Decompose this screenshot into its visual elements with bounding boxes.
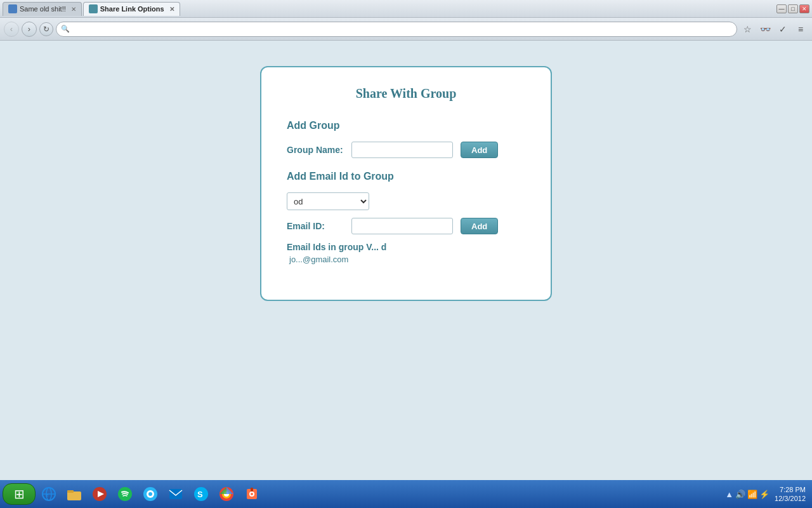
minimize-button[interactable]: —: [776, 4, 787, 13]
add-group-heading: Add Group: [287, 120, 525, 131]
address-bar[interactable]: [56, 22, 737, 37]
add-group-button[interactable]: Add: [461, 142, 498, 158]
bookmark-star-icon[interactable]: ☆: [740, 22, 755, 37]
tab-1[interactable]: Same old shit!! ✕: [3, 2, 82, 16]
add-group-section: Add Group Group Name: Add: [287, 120, 525, 158]
tray-network-icon[interactable]: 📶: [747, 490, 757, 499]
svg-rect-4: [67, 491, 81, 500]
clock-date: 12/3/2012: [775, 494, 806, 503]
maximize-button[interactable]: □: [788, 4, 798, 13]
system-clock: 7:28 PM 12/3/2012: [775, 485, 806, 504]
email-list-section: Email Ids in group V... d jo...@gmail.co…: [287, 242, 525, 264]
address-bar-wrap: 🔍: [56, 22, 737, 37]
add-email-section: Add Email Id to Group od Email ID: Add E…: [287, 171, 525, 264]
taskbar-media-player-icon[interactable]: [88, 483, 112, 505]
svg-point-11: [148, 492, 152, 496]
svg-point-20: [251, 493, 253, 495]
tab-2-icon: [89, 4, 98, 13]
taskbar-ie-icon[interactable]: e: [37, 483, 61, 505]
taskbar-folder-icon[interactable]: [62, 483, 86, 505]
email-list-item: jo...@gmail.com: [289, 255, 525, 264]
glasses-icon[interactable]: 👓: [757, 22, 773, 37]
group-dropdown-wrap: od: [287, 192, 525, 218]
taskbar-apps: e: [37, 483, 264, 505]
tray-speaker-icon[interactable]: 🔊: [735, 490, 745, 499]
tab-2-close[interactable]: ✕: [169, 6, 174, 13]
address-search-icon: 🔍: [61, 25, 70, 33]
clock-time: 7:28 PM: [775, 485, 806, 494]
group-name-label: Group Name:: [287, 145, 344, 155]
forward-button[interactable]: ›: [22, 22, 37, 37]
group-name-row: Group Name: Add: [287, 142, 525, 158]
svg-text:S: S: [197, 490, 203, 499]
svg-rect-21: [251, 488, 253, 491]
taskbar-chrome-icon[interactable]: [214, 483, 239, 505]
close-button[interactable]: ✕: [799, 4, 809, 13]
toolbar-right: ☆ 👓 ✓ ≡: [740, 22, 808, 37]
taskbar: ⊞ e: [0, 480, 812, 508]
tab-1-title: Same old shit!!: [20, 5, 66, 13]
group-name-input[interactable]: [351, 142, 453, 158]
tab-1-icon: [8, 4, 17, 13]
email-id-label: Email ID:: [287, 221, 344, 231]
svg-rect-5: [67, 490, 74, 493]
email-id-input[interactable]: [351, 218, 453, 234]
taskbar-right: ▲ 🔊 📶 ⚡ 7:28 PM 12/3/2012: [725, 485, 809, 504]
group-dropdown[interactable]: od: [287, 192, 369, 210]
svg-text:e: e: [46, 492, 49, 498]
tab-2-title: Share Link Options: [100, 5, 164, 13]
email-list-title: Email Ids in group V... d: [287, 242, 525, 252]
back-button[interactable]: ‹: [4, 22, 19, 37]
card-title: Share With Group: [287, 86, 525, 101]
tray-power-icon[interactable]: ⚡: [759, 490, 769, 499]
start-button[interactable]: ⊞: [3, 483, 36, 505]
checkmark-icon[interactable]: ✓: [775, 22, 790, 37]
taskbar-browser2-icon[interactable]: [138, 483, 162, 505]
tab-1-close[interactable]: ✕: [71, 6, 76, 13]
tab-bar: Same old shit!! ✕ Share Link Options ✕: [3, 2, 180, 16]
taskbar-skype-icon[interactable]: S: [189, 483, 213, 505]
email-id-row: Email ID: Add: [287, 218, 525, 234]
menu-icon[interactable]: ≡: [793, 22, 808, 37]
tray-up-arrow: ▲: [725, 490, 733, 499]
system-tray-icons: ▲ 🔊 📶 ⚡: [725, 490, 769, 499]
svg-rect-12: [169, 489, 182, 499]
page-content: Share With Group Add Group Group Name: A…: [0, 41, 812, 480]
add-email-button[interactable]: Add: [461, 218, 498, 234]
add-email-heading: Add Email Id to Group: [287, 171, 525, 182]
tab-2[interactable]: Share Link Options ✕: [83, 2, 180, 16]
taskbar-spotify-icon[interactable]: [113, 483, 137, 505]
browser-toolbar: ‹ › ↻ 🔍 ☆ 👓 ✓ ≡: [0, 18, 812, 41]
main-card: Share With Group Add Group Group Name: A…: [260, 66, 552, 301]
window-controls: — □ ✕: [776, 4, 809, 13]
taskbar-paint-icon[interactable]: [240, 483, 264, 505]
windows-logo-icon: ⊞: [14, 486, 25, 502]
title-bar: Same old shit!! ✕ Share Link Options ✕ —…: [0, 0, 812, 18]
reload-button[interactable]: ↻: [39, 22, 53, 36]
taskbar-outlook-icon[interactable]: [164, 483, 188, 505]
